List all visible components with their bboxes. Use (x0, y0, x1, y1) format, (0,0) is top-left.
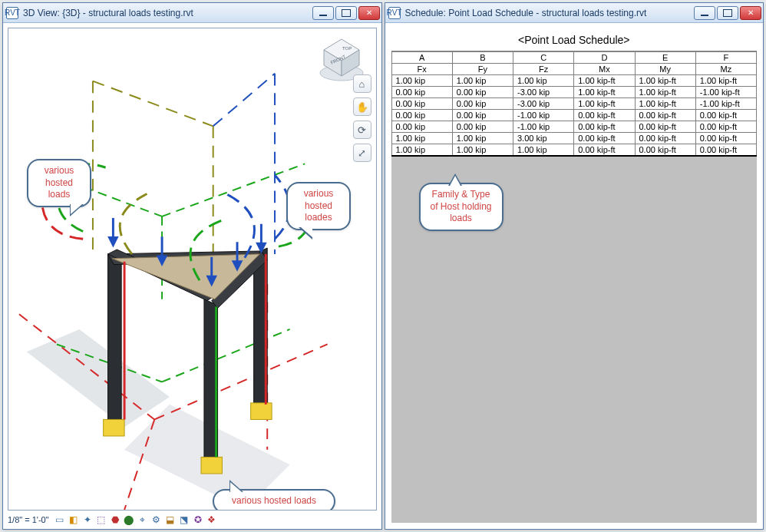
table-cell[interactable]: 1.00 kip (452, 144, 513, 157)
svg-rect-23 (104, 419, 124, 436)
table-cell[interactable]: 1.00 kip (391, 133, 452, 144)
table-cell[interactable]: 1.00 kip-ft (574, 75, 635, 87)
table-cell[interactable]: 1.00 kip-ft (635, 98, 695, 110)
table-cell[interactable]: 0.00 kip-ft (635, 133, 695, 144)
table-cell[interactable]: 0.00 kip (391, 121, 452, 133)
statusbar-icon[interactable]: ⌖ (137, 514, 149, 526)
col-label[interactable]: Mx (574, 64, 635, 75)
table-cell[interactable]: -3.00 kip (513, 87, 574, 98)
statusbar-icon[interactable]: ⬓ (164, 514, 177, 526)
window-title-left: 3D View: {3D} - structural loads testing… (23, 8, 312, 18)
col-letter[interactable]: B (452, 52, 513, 64)
col-label[interactable]: Fy (452, 64, 513, 75)
table-cell[interactable]: 0.00 kip (452, 121, 513, 133)
statusbar-icon[interactable]: ❖ (206, 514, 218, 526)
col-label[interactable]: Mz (695, 64, 756, 75)
table-cell[interactable]: 0.00 kip-ft (695, 144, 756, 157)
maximize-button[interactable] (335, 6, 357, 20)
nav-rotate-button[interactable]: ⟳ (353, 121, 371, 139)
table-row[interactable]: 1.00 kip1.00 kip1.00 kip1.00 kip-ft1.00 … (391, 75, 757, 87)
statusbar-icon[interactable]: ⬚ (95, 514, 107, 526)
table-cell[interactable]: 0.00 kip-ft (574, 133, 635, 144)
col-label[interactable]: Fx (391, 64, 452, 75)
table-cell[interactable]: 0.00 kip-ft (695, 110, 756, 121)
svg-text:TOP: TOP (342, 46, 352, 51)
svg-line-12 (162, 164, 305, 216)
table-cell[interactable]: 0.00 kip-ft (695, 121, 756, 133)
titlebar-left[interactable]: RVT 3D View: {3D} - structural loads tes… (3, 3, 381, 23)
table-cell[interactable]: 0.00 kip (452, 87, 513, 98)
col-letter[interactable]: F (695, 52, 756, 64)
nav-home-button[interactable]: ⌂ (353, 74, 371, 93)
titlebar-right[interactable]: RVT Schedule: Point Load Schedule - stru… (385, 3, 764, 23)
statusbar-icon[interactable]: ⚙ (150, 514, 163, 526)
table-cell[interactable]: 1.00 kip (391, 75, 452, 87)
statusbar-icon[interactable]: ⬣ (109, 514, 121, 526)
svg-rect-24 (251, 403, 272, 420)
table-row[interactable]: 1.00 kip1.00 kip1.00 kip0.00 kip-ft0.00 … (391, 144, 757, 157)
callout-schedule: Family & Type of Host holding loads (419, 183, 504, 231)
table-cell[interactable]: 0.00 kip (391, 110, 452, 121)
nav-hand-button[interactable]: ✋ (353, 97, 371, 116)
statusbar-icon[interactable]: ▭ (54, 514, 66, 526)
table-cell[interactable]: 1.00 kip (391, 144, 452, 157)
table-cell[interactable]: 0.00 kip-ft (635, 110, 695, 121)
table-row[interactable]: 0.00 kip0.00 kip-3.00 kip1.00 kip-ft1.00… (391, 98, 757, 110)
callout-left: various hosted loads (27, 159, 91, 207)
table-cell[interactable]: 0.00 kip-ft (635, 144, 695, 157)
statusbar-icon[interactable]: ⬤ (123, 514, 135, 526)
table-cell[interactable]: 0.00 kip (391, 98, 452, 110)
model-canvas[interactable] (8, 28, 376, 510)
table-cell[interactable]: -1.00 kip-ft (695, 87, 756, 98)
svg-marker-27 (109, 237, 117, 245)
statusbar-icon[interactable]: ◧ (68, 514, 80, 526)
table-cell[interactable]: -1.00 kip-ft (695, 98, 756, 110)
maximize-button[interactable] (717, 6, 738, 20)
table-cell[interactable]: 3.00 kip (513, 133, 574, 144)
table-row[interactable]: 0.00 kip0.00 kip-3.00 kip1.00 kip-ft1.00… (391, 87, 757, 98)
left-3d-window: RVT 3D View: {3D} - structural loads tes… (2, 2, 382, 530)
table-cell[interactable]: 1.00 kip (513, 75, 574, 87)
table-cell[interactable]: 1.00 kip-ft (635, 75, 695, 87)
table-cell[interactable]: 0.00 kip-ft (574, 144, 635, 157)
nav-zoom-button[interactable]: ⤢ (353, 144, 371, 162)
minimize-button[interactable] (312, 6, 334, 20)
schedule-body: <Point Load Schedule> ABCDEF FxFyFzMxMyM… (385, 23, 764, 529)
col-letter[interactable]: D (574, 52, 635, 64)
table-row[interactable]: 0.00 kip0.00 kip-1.00 kip0.00 kip-ft0.00… (391, 121, 757, 133)
table-cell[interactable]: 0.00 kip-ft (695, 133, 756, 144)
close-button[interactable] (358, 6, 380, 20)
table-row[interactable]: 0.00 kip0.00 kip-1.00 kip0.00 kip-ft0.00… (391, 110, 757, 121)
col-letter[interactable]: C (513, 52, 574, 64)
col-label[interactable]: My (635, 64, 695, 75)
schedule-table[interactable]: ABCDEF FxFyFzMxMyMz 1.00 kip1.00 kip1.00… (391, 51, 758, 157)
col-label[interactable]: Fz (513, 64, 574, 75)
col-letter[interactable]: E (635, 52, 695, 64)
table-cell[interactable]: 1.00 kip (452, 133, 513, 144)
table-cell[interactable]: 1.00 kip (452, 75, 513, 87)
statusbar-icon[interactable]: ⬔ (178, 514, 190, 526)
table-cell[interactable]: -1.00 kip (513, 110, 574, 121)
statusbar-icon[interactable]: ✦ (81, 514, 94, 526)
table-cell[interactable]: 1.00 kip-ft (574, 87, 635, 98)
table-row[interactable]: 1.00 kip1.00 kip3.00 kip0.00 kip-ft0.00 … (391, 133, 757, 144)
close-button[interactable] (740, 6, 761, 20)
table-cell[interactable]: 0.00 kip (452, 98, 513, 110)
statusbar-icon[interactable]: ✪ (192, 514, 204, 526)
table-cell[interactable]: 0.00 kip-ft (574, 121, 635, 133)
table-cell[interactable]: -1.00 kip (513, 121, 574, 133)
minimize-button[interactable] (694, 6, 715, 20)
table-cell[interactable]: 0.00 kip-ft (635, 121, 695, 133)
table-cell[interactable]: 1.00 kip-ft (574, 98, 635, 110)
col-letter[interactable]: A (391, 52, 452, 64)
table-cell[interactable]: 1.00 kip-ft (635, 87, 695, 98)
table-cell[interactable]: 0.00 kip (452, 110, 513, 121)
svg-line-15 (162, 329, 290, 382)
table-cell[interactable]: 1.00 kip-ft (695, 75, 756, 87)
view-scale[interactable]: 1/8" = 1'-0" (8, 515, 49, 524)
table-cell[interactable]: 0.00 kip (391, 87, 452, 98)
table-cell[interactable]: 0.00 kip-ft (574, 110, 635, 121)
viewport-3d[interactable]: FRONT TOP ⌂ ✋ ⟳ ⤢ various hosted loads v… (3, 23, 381, 529)
table-cell[interactable]: -3.00 kip (513, 98, 574, 110)
table-cell[interactable]: 1.00 kip (513, 144, 574, 157)
